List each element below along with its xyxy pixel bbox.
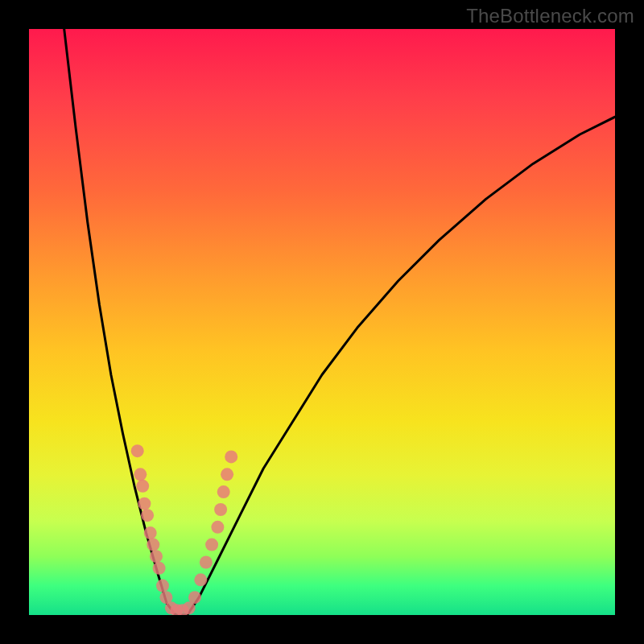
marker-dot bbox=[194, 573, 207, 586]
marker-dot bbox=[147, 539, 159, 551]
marker-dot bbox=[225, 450, 237, 463]
marker-dot bbox=[200, 556, 213, 569]
marker-dot bbox=[134, 468, 147, 481]
chart-frame: TheBottleneck.com bbox=[0, 0, 644, 644]
marker-dot bbox=[153, 562, 166, 575]
marker-dot bbox=[141, 509, 154, 522]
chart-svg bbox=[29, 29, 615, 615]
marker-dot bbox=[188, 591, 201, 604]
marker-dot bbox=[131, 444, 144, 457]
marker-dot bbox=[205, 539, 218, 551]
marker-dot bbox=[211, 521, 224, 534]
marker-dot bbox=[138, 497, 151, 510]
highlight-markers bbox=[131, 444, 238, 615]
bottleneck-curve bbox=[64, 29, 615, 615]
marker-dot bbox=[150, 550, 163, 563]
marker-dot bbox=[217, 485, 230, 498]
watermark-text: TheBottleneck.com bbox=[466, 5, 634, 27]
marker-dot bbox=[221, 468, 233, 481]
curve-path bbox=[64, 29, 615, 615]
plot-area bbox=[29, 29, 615, 615]
marker-dot bbox=[144, 526, 157, 539]
marker-dot bbox=[156, 580, 169, 592]
marker-dot bbox=[214, 503, 227, 516]
marker-dot bbox=[136, 480, 149, 493]
